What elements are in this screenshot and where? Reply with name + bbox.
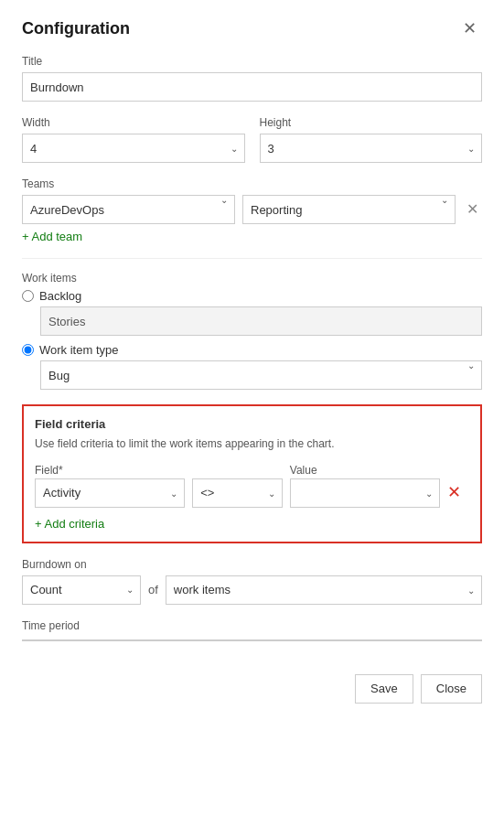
team1-select[interactable]: AzureDevOps [22, 195, 235, 224]
teams-label: Teams [22, 177, 482, 190]
time-period-slider[interactable] [22, 639, 482, 641]
backlog-label: Backlog [39, 289, 81, 303]
field-criteria-description: Use field criteria to limit the work ite… [35, 436, 469, 452]
work-items-field-group: Work items Backlog Work item type Bug Ta… [22, 272, 482, 390]
close-button[interactable]: Close [421, 674, 482, 704]
field-criteria-box: Field criteria Use field criteria to lim… [22, 404, 482, 543]
width-select[interactable]: 1 2 3 4 5 6 [22, 134, 245, 163]
count-select[interactable]: Count Sum [22, 575, 141, 605]
backlog-radio-item: Backlog [22, 289, 482, 303]
width-select-wrapper: 1 2 3 4 5 6 ⌄ [22, 134, 245, 163]
burndown-on-field-group: Burndown on Count Sum ⌄ of work items st… [22, 558, 482, 605]
criteria-operator-select[interactable]: <> = > < [192, 478, 283, 508]
team2-select-wrapper: Reporting ⌄ [242, 195, 456, 224]
team1-select-wrapper: AzureDevOps ⌄ [22, 195, 235, 224]
backlog-radio[interactable] [22, 290, 34, 302]
remove-team-button[interactable]: ✕ [463, 202, 482, 217]
height-field-group: Height 1 2 3 4 5 6 ⌄ [260, 116, 483, 163]
dialog-header: Configuration ✕ [22, 18, 482, 38]
team2-select[interactable]: Reporting [242, 195, 456, 224]
burndown-on-row: Count Sum ⌄ of work items story points r… [22, 575, 482, 605]
add-team-button[interactable]: + Add team [22, 230, 82, 243]
field-criteria-title: Field criteria [35, 417, 469, 431]
add-criteria-button[interactable]: + Add criteria [35, 517, 104, 531]
width-field-group: Width 1 2 3 4 5 6 ⌄ [22, 116, 245, 163]
value-label: Value [290, 464, 317, 477]
criteria-field-select[interactable]: Activity [35, 478, 185, 508]
backlog-input[interactable] [40, 306, 482, 336]
criteria-delete-col: ✕ [447, 484, 469, 502]
title-input[interactable] [22, 72, 482, 102]
work-item-type-select-wrapper: Bug Task User Story Epic Feature ⌄ [40, 360, 482, 390]
criteria-labels-row: Field* Value [35, 463, 469, 477]
dialog-title: Configuration [22, 19, 130, 38]
work-item-type-radio-item: Work item type [22, 343, 482, 357]
count-select-wrapper: Count Sum ⌄ [22, 575, 141, 605]
work-item-type-radio[interactable] [22, 344, 34, 356]
criteria-operator-col: <> = > < ⌄ [192, 478, 283, 508]
width-height-row: Width 1 2 3 4 5 6 ⌄ Height 1 2 3 [22, 116, 482, 177]
of-select[interactable]: work items story points remaining work [166, 575, 482, 605]
divider1 [22, 258, 482, 259]
work-item-type-select[interactable]: Bug Task User Story Epic Feature [40, 360, 482, 390]
work-item-type-label: Work item type [39, 343, 118, 357]
dialog-footer: Save Close [22, 663, 482, 704]
teams-field-group: Teams AzureDevOps ⌄ Reporting ⌄ ✕ + Add … [22, 177, 482, 243]
height-label: Height [260, 116, 483, 129]
teams-row: AzureDevOps ⌄ Reporting ⌄ ✕ [22, 195, 482, 224]
field-star-label: Field* [35, 464, 63, 477]
criteria-field-col: Activity ⌄ [35, 478, 185, 508]
save-button[interactable]: Save [355, 674, 413, 704]
close-icon[interactable]: ✕ [457, 18, 482, 38]
height-select-wrapper: 1 2 3 4 5 6 ⌄ [260, 134, 483, 163]
criteria-input-row: Activity ⌄ <> = > < ⌄ ⌄ ✕ [35, 478, 469, 508]
title-label: Title [22, 55, 482, 68]
criteria-delete-button[interactable]: ✕ [447, 484, 461, 500]
time-period-label: Time period [22, 619, 482, 632]
criteria-value-select[interactable] [290, 478, 440, 508]
height-select[interactable]: 1 2 3 4 5 6 [260, 134, 483, 163]
width-label: Width [22, 116, 245, 129]
configuration-dialog: Configuration ✕ Title Width 1 2 3 4 5 6 … [0, 0, 504, 838]
of-select-wrapper: work items story points remaining work ⌄ [166, 575, 482, 605]
of-label: of [148, 583, 158, 596]
criteria-value-col: ⌄ [290, 478, 440, 508]
time-period-section: Time period [22, 619, 482, 641]
title-field-group: Title [22, 55, 482, 102]
burndown-on-label: Burndown on [22, 558, 482, 571]
work-items-label: Work items [22, 272, 482, 285]
